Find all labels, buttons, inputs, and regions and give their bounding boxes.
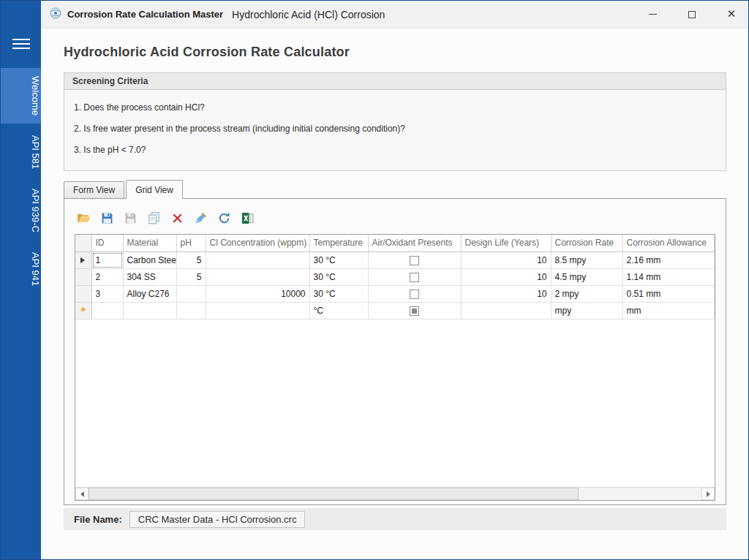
cell-id[interactable]: 3: [91, 285, 123, 302]
column-header-cl-concentration[interactable]: Cl Concentration (wppm): [206, 235, 309, 251]
tab-form-view[interactable]: Form View: [64, 181, 124, 198]
cell-material[interactable]: Alloy C276: [123, 285, 176, 302]
scrollbar-track[interactable]: [89, 488, 701, 500]
cell-temperature[interactable]: °C: [309, 302, 368, 319]
cell-cl-concentration[interactable]: [206, 302, 309, 319]
screening-question-3: 3. Is the pH < 7.0?: [74, 145, 716, 155]
cell-corrosion-rate[interactable]: 4.5 mpy: [551, 268, 622, 285]
hamburger-menu-icon[interactable]: [12, 39, 30, 49]
cell-ph[interactable]: 5: [176, 268, 206, 285]
column-header-design-life[interactable]: Design Life (Years): [461, 235, 551, 251]
cell-corrosion-allowance[interactable]: mm: [622, 302, 715, 319]
column-header-temperature[interactable]: Temperature: [309, 235, 368, 251]
copy-icon: [148, 212, 160, 224]
refresh-button[interactable]: [216, 210, 233, 226]
app-window: Welcome API 581 API 939-C API 941 Corros…: [0, 0, 749, 560]
new-row-selector[interactable]: *: [75, 302, 91, 319]
air-oxidant-checkbox[interactable]: [410, 290, 419, 299]
file-name-label: File Name:: [74, 514, 122, 525]
close-button[interactable]: ✕: [715, 1, 748, 29]
column-header-air-oxidant[interactable]: Air/Oxidant Presents: [368, 235, 461, 251]
screening-criteria-body: 1. Does the process contain HCl? 2. Is f…: [64, 90, 726, 171]
cell-temperature[interactable]: 30 °C: [309, 251, 368, 268]
scroll-right-button[interactable]: [701, 488, 715, 500]
cell-cl-concentration[interactable]: [206, 268, 309, 285]
air-oxidant-checkbox[interactable]: [410, 256, 419, 265]
cell-material[interactable]: Carbon Steel: [123, 251, 176, 268]
cell-design-life[interactable]: 10: [461, 268, 551, 285]
cell-air-oxidant: [368, 302, 461, 319]
air-oxidant-checkbox[interactable]: [410, 306, 419, 316]
cell-cl-concentration[interactable]: 10000: [206, 285, 309, 302]
cell-ph[interactable]: [176, 302, 206, 319]
cell-ph[interactable]: [176, 285, 206, 302]
column-header-ph[interactable]: pH: [176, 235, 206, 251]
column-header-corrosion-allowance[interactable]: Corrosion Allowance: [622, 235, 715, 251]
tab-grid-view[interactable]: Grid View: [126, 180, 183, 199]
copy-button[interactable]: [146, 210, 162, 226]
cell-corrosion-rate[interactable]: mpy: [551, 302, 622, 319]
save-disabled-button[interactable]: [122, 210, 139, 226]
cell-corrosion-allowance[interactable]: 2.16 mm: [622, 251, 715, 268]
horizontal-scrollbar[interactable]: [75, 487, 715, 500]
scrollbar-thumb[interactable]: [89, 488, 579, 500]
cell-corrosion-allowance[interactable]: 1.14 mm: [622, 268, 715, 285]
cell-corrosion-rate[interactable]: 8.5 mpy: [551, 251, 622, 268]
cell-id[interactable]: 2: [91, 268, 123, 285]
cell-material[interactable]: 304 SS: [123, 268, 176, 285]
export-excel-button[interactable]: [239, 210, 256, 226]
cell-id[interactable]: 1: [91, 251, 123, 268]
new-row-icon: *: [80, 305, 86, 319]
current-row-arrow-icon: [80, 257, 88, 263]
cell-air-oxidant: [368, 251, 461, 268]
grid-row-1: 1 Carbon Steel 5 30 °C 10 8.5 mpy 2.16 m…: [75, 251, 715, 268]
minimize-button[interactable]: [636, 1, 669, 29]
cell-air-oxidant: [368, 285, 461, 302]
grid-row-3: 3 Alloy C276 10000 30 °C 10 2 mpy 0.51 m…: [75, 285, 715, 302]
cell-corrosion-allowance[interactable]: 0.51 mm: [622, 285, 715, 302]
cell-id[interactable]: [91, 302, 123, 319]
cell-design-life[interactable]: 10: [461, 251, 551, 268]
cell-design-life[interactable]: 10: [461, 285, 551, 302]
column-header-material[interactable]: Material: [123, 235, 176, 251]
grid-toolbar: [75, 209, 715, 227]
cell-ph[interactable]: 5: [176, 251, 206, 268]
maximize-button[interactable]: [675, 1, 709, 29]
view-tabstrip: Form View Grid View: [64, 180, 726, 198]
cell-temperature[interactable]: 30 °C: [309, 268, 368, 285]
scroll-left-icon: [80, 491, 84, 497]
cell-cl-concentration[interactable]: [206, 251, 309, 268]
broom-icon: [195, 212, 207, 224]
refresh-icon: [218, 212, 230, 224]
row-selector[interactable]: [75, 285, 91, 302]
save-file-button[interactable]: [99, 210, 116, 226]
save-disabled-icon: [124, 212, 137, 224]
file-name-value: CRC Master Data - HCl Corrosion.crc: [129, 511, 306, 528]
cell-design-life[interactable]: [461, 302, 551, 319]
main-region: Corrosion Rate Calculation Master Hydroc…: [41, 1, 748, 559]
sidebar-item-api-939-c[interactable]: API 939-C: [1, 181, 41, 241]
cell-material[interactable]: [123, 302, 176, 319]
row-selector[interactable]: [75, 268, 91, 285]
sidebar-item-welcome[interactable]: Welcome: [1, 68, 41, 124]
screening-criteria-panel: Screening Criteria 1. Does the process c…: [64, 72, 726, 171]
air-oxidant-checkbox[interactable]: [410, 273, 419, 282]
open-file-button[interactable]: [75, 210, 92, 226]
column-header-id[interactable]: ID: [91, 235, 123, 251]
cell-corrosion-rate[interactable]: 2 mpy: [551, 285, 622, 302]
sidebar-item-api-581[interactable]: API 581: [1, 127, 41, 177]
cell-temperature[interactable]: 30 °C: [309, 285, 368, 302]
scroll-left-button[interactable]: [75, 488, 89, 500]
screening-question-2: 2. Is free water present in the process …: [74, 124, 716, 134]
sidebar: Welcome API 581 API 939-C API 941: [1, 1, 41, 559]
sidebar-item-api-941[interactable]: API 941: [1, 244, 41, 294]
row-selector[interactable]: [75, 251, 91, 268]
delete-row-button[interactable]: [169, 210, 186, 226]
scroll-right-icon: [707, 491, 710, 497]
grid-corner-header[interactable]: [75, 235, 91, 251]
grid-header-row: ID Material pH Cl Concentration (wppm) T…: [75, 235, 715, 251]
delete-x-icon: [172, 213, 183, 224]
close-icon: ✕: [727, 9, 737, 20]
column-header-corrosion-rate[interactable]: Corrosion Rate: [551, 235, 622, 251]
clean-button[interactable]: [192, 210, 209, 226]
